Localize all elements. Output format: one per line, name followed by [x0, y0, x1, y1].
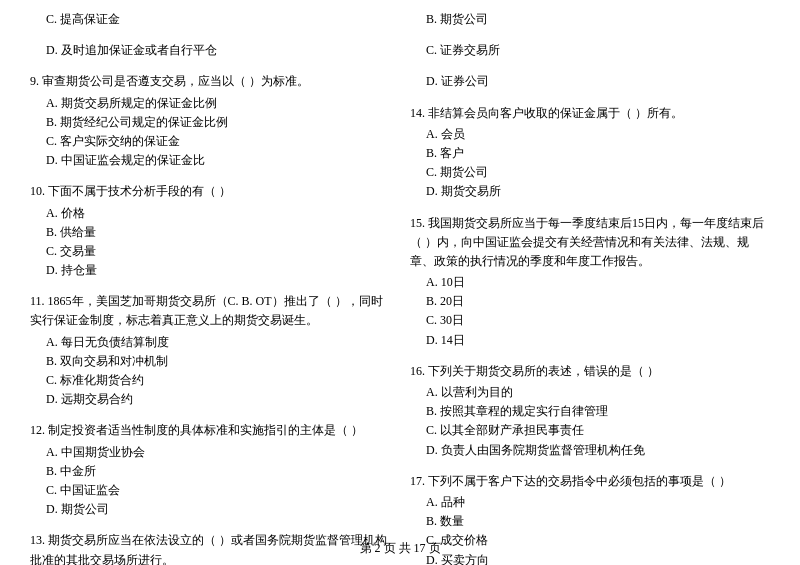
option-d: D. 负责人由国务院期货监督管理机构任免 [410, 441, 770, 460]
option-text: B. 期货公司 [410, 10, 770, 29]
option-c: C. 中国证监会 [30, 481, 390, 500]
option-b: B. 客户 [410, 144, 770, 163]
option-text: C. 提高保证金 [30, 10, 390, 29]
item-d-securities: D. 证券公司 [410, 72, 770, 91]
question-16: 16. 下列关于期货交易所的表述，错误的是（ ） A. 以营利为目的 B. 按照… [410, 362, 770, 460]
content-columns: C. 提高保证金 D. 及时追加保证金或者自行平仓 9. 审查期货公司是否遵支交… [30, 10, 770, 565]
item-b-futures: B. 期货公司 [410, 10, 770, 29]
question-title: 14. 非结算会员向客户收取的保证金属于（ ）所有。 [410, 104, 770, 123]
option-a: A. 品种 [410, 493, 770, 512]
option-d: D. 14日 [410, 331, 770, 350]
question-title: 9. 审查期货公司是否遵支交易，应当以（ ）为标准。 [30, 72, 390, 91]
item-c-raise: C. 提高保证金 [30, 10, 390, 29]
option-text: D. 及时追加保证金或者自行平仓 [30, 41, 390, 60]
option-d: D. 中国证监会规定的保证金比 [30, 151, 390, 170]
option-d: D. 期货交易所 [410, 182, 770, 201]
option-a: A. 每日无负债结算制度 [30, 333, 390, 352]
option-c: C. 期货公司 [410, 163, 770, 182]
option-a: A. 以营利为目的 [410, 383, 770, 402]
question-12: 12. 制定投资者适当性制度的具体标准和实施指引的主体是（ ） A. 中国期货业… [30, 421, 390, 519]
question-title: 15. 我国期货交易所应当于每一季度结束后15日内，每一年度结束后（ ）内，向中… [410, 214, 770, 272]
option-d: D. 远期交易合约 [30, 390, 390, 409]
option-d: D. 期货公司 [30, 500, 390, 519]
option-b: B. 供给量 [30, 223, 390, 242]
question-title: 12. 制定投资者适当性制度的具体标准和实施指引的主体是（ ） [30, 421, 390, 440]
option-c: C. 客户实际交纳的保证金 [30, 132, 390, 151]
question-title: 11. 1865年，美国芝加哥期货交易所（C. B. OT）推出了（ ），同时实… [30, 292, 390, 330]
left-column: C. 提高保证金 D. 及时追加保证金或者自行平仓 9. 审查期货公司是否遵支交… [30, 10, 390, 565]
page-footer: 第 2 页 共 17 页 [0, 540, 800, 557]
question-9: 9. 审查期货公司是否遵支交易，应当以（ ）为标准。 A. 期货交易所规定的保证… [30, 72, 390, 170]
option-a: A. 价格 [30, 204, 390, 223]
option-c: C. 30日 [410, 311, 770, 330]
option-a: A. 10日 [410, 273, 770, 292]
option-text: C. 证券交易所 [410, 41, 770, 60]
page-number: 第 2 页 共 17 页 [360, 541, 441, 555]
option-text: D. 证券公司 [410, 72, 770, 91]
question-14: 14. 非结算会员向客户收取的保证金属于（ ）所有。 A. 会员 B. 客户 C… [410, 104, 770, 202]
option-b: B. 20日 [410, 292, 770, 311]
option-c: C. 以其全部财产承担民事责任 [410, 421, 770, 440]
question-title: 10. 下面不属于技术分析手段的有（ ） [30, 182, 390, 201]
question-10: 10. 下面不属于技术分析手段的有（ ） A. 价格 B. 供给量 C. 交易量… [30, 182, 390, 280]
option-a: A. 期货交易所规定的保证金比例 [30, 94, 390, 113]
item-d-add: D. 及时追加保证金或者自行平仓 [30, 41, 390, 60]
question-title: 17. 下列不属于客户下达的交易指令中必须包括的事项是（ ） [410, 472, 770, 491]
question-11: 11. 1865年，美国芝加哥期货交易所（C. B. OT）推出了（ ），同时实… [30, 292, 390, 409]
option-a: A. 中国期货业协会 [30, 443, 390, 462]
page: C. 提高保证金 D. 及时追加保证金或者自行平仓 9. 审查期货公司是否遵支交… [0, 0, 800, 565]
option-b: B. 中金所 [30, 462, 390, 481]
option-a: A. 会员 [410, 125, 770, 144]
option-b: B. 数量 [410, 512, 770, 531]
item-c-securities-exchange: C. 证券交易所 [410, 41, 770, 60]
option-d: D. 持仓量 [30, 261, 390, 280]
option-b: B. 按照其章程的规定实行自律管理 [410, 402, 770, 421]
question-15: 15. 我国期货交易所应当于每一季度结束后15日内，每一年度结束后（ ）内，向中… [410, 214, 770, 350]
right-column: B. 期货公司 C. 证券交易所 D. 证券公司 14. 非结算会员向客户收取的… [410, 10, 770, 565]
question-title: 16. 下列关于期货交易所的表述，错误的是（ ） [410, 362, 770, 381]
option-b: B. 双向交易和对冲机制 [30, 352, 390, 371]
option-c: C. 标准化期货合约 [30, 371, 390, 390]
option-b: B. 期货经纪公司规定的保证金比例 [30, 113, 390, 132]
option-c: C. 交易量 [30, 242, 390, 261]
